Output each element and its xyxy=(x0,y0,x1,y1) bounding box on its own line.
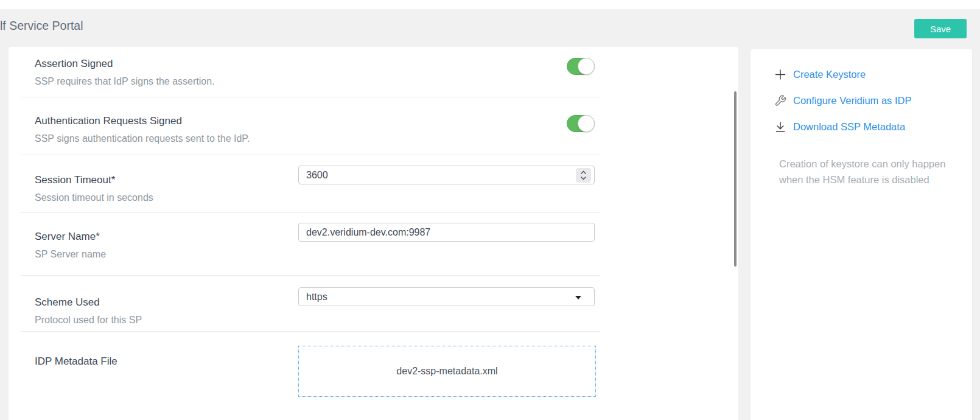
setting-control-col xyxy=(298,223,595,242)
chevron-down-icon xyxy=(580,176,587,180)
top-strip xyxy=(0,0,980,9)
setting-label: IDP Metadata File xyxy=(35,355,298,368)
idp-metadata-dropzone[interactable]: dev2-ssp-metadata.xml xyxy=(298,346,596,397)
setting-label: Assertion Signed xyxy=(35,58,298,70)
number-stepper[interactable] xyxy=(576,168,591,183)
settings-page: lf Service Portal Save Assertion Signed … xyxy=(0,0,980,420)
auth-requests-signed-toggle[interactable] xyxy=(567,115,595,132)
settings-rows: Assertion Signed SSP requires that IdP s… xyxy=(20,47,600,420)
create-keystore-link[interactable]: Create Keystore xyxy=(774,61,972,88)
setting-row-scheme-used: Scheme Used Protocol used for this SP ht… xyxy=(20,276,600,332)
setting-description: SP Server name xyxy=(35,248,298,260)
side-link-label: Create Keystore xyxy=(793,69,866,80)
setting-description: Session timeout in seconds xyxy=(35,192,298,203)
wrench-icon xyxy=(774,94,786,108)
scheme-select[interactable]: https xyxy=(298,287,595,306)
download-icon xyxy=(774,121,786,134)
save-button[interactable]: Save xyxy=(914,19,967,38)
setting-label: Session Timeout* xyxy=(35,174,298,186)
setting-label-col: Session Timeout* Session timeout in seco… xyxy=(35,166,298,203)
setting-row-session-timeout: Session Timeout* Session timeout in seco… xyxy=(20,155,600,213)
setting-description: SSP signs authentication requests sent t… xyxy=(35,133,298,144)
setting-row-auth-requests-signed: Authentication Requests Signed SSP signs… xyxy=(20,97,600,155)
setting-row-server-name: Server Name* SP Server name xyxy=(20,213,600,276)
idp-metadata-filename: dev2-ssp-metadata.xml xyxy=(396,366,497,377)
settings-card: Assertion Signed SSP requires that IdP s… xyxy=(9,47,738,420)
setting-label: Scheme Used xyxy=(35,296,298,309)
setting-label: Authentication Requests Signed xyxy=(35,115,298,127)
toggle-knob xyxy=(578,115,595,132)
setting-control-col xyxy=(298,166,595,184)
setting-description: SSP requires that IdP signs the assertio… xyxy=(35,75,298,87)
setting-description: Protocol used for this SP xyxy=(35,314,298,326)
dropdown-caret-icon xyxy=(575,296,581,299)
toggle-knob xyxy=(578,58,595,75)
assertion-signed-toggle[interactable] xyxy=(567,58,595,75)
setting-control-col xyxy=(298,58,595,75)
setting-label-col: Scheme Used Protocol used for this SP xyxy=(35,287,298,326)
server-name-input[interactable] xyxy=(298,223,595,242)
chevron-up-icon xyxy=(580,170,587,175)
setting-control-col xyxy=(298,115,595,132)
setting-label-col: Authentication Requests Signed SSP signs… xyxy=(35,115,298,144)
scheme-select-value: https xyxy=(306,292,327,303)
setting-control-col: https xyxy=(298,287,595,306)
setting-label-col: Server Name* SP Server name xyxy=(35,223,298,260)
setting-label: Server Name* xyxy=(35,231,298,243)
vertical-scrollbar[interactable] xyxy=(734,91,737,267)
setting-control-col: dev2-ssp-metadata.xml xyxy=(298,346,595,397)
download-ssp-metadata-link[interactable]: Download SSP Metadata xyxy=(774,114,972,140)
setting-label-col: Assertion Signed SSP requires that IdP s… xyxy=(35,58,298,87)
side-link-label: Download SSP Metadata xyxy=(793,121,905,133)
setting-row-assertion-signed: Assertion Signed SSP requires that IdP s… xyxy=(20,47,600,97)
keystore-hsm-note: Creation of keystore can only happen whe… xyxy=(779,156,948,187)
actions-sidebar: Create Keystore Configure Veridium as ID… xyxy=(751,49,972,420)
page-title: lf Service Portal xyxy=(0,19,83,33)
setting-row-idp-metadata-file: IDP Metadata File dev2-ssp-metadata.xml … xyxy=(20,332,600,420)
plus-icon xyxy=(774,68,786,82)
session-timeout-input[interactable] xyxy=(298,166,595,184)
side-link-label: Configure Veridium as IDP xyxy=(793,95,911,107)
configure-veridium-idp-link[interactable]: Configure Veridium as IDP xyxy=(774,88,972,114)
setting-label-col: IDP Metadata File xyxy=(35,346,298,368)
